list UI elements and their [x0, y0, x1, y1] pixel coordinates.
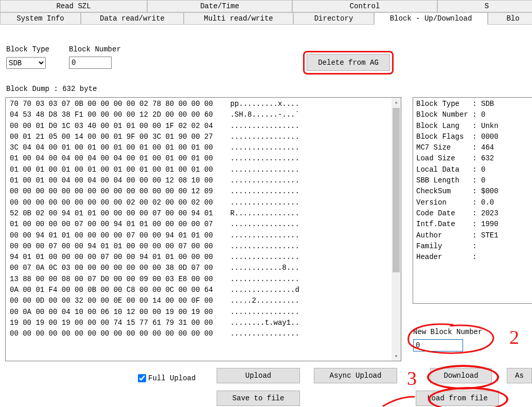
- label-block-dump: Block Dump : 632 byte: [6, 85, 97, 93]
- delete-from-ag-button[interactable]: Delete from AG: [307, 54, 390, 71]
- label-new-block-number: New Block Number: [413, 328, 482, 336]
- annotation-curve: [381, 396, 417, 407]
- tab-control[interactable]: Control: [292, 0, 437, 12]
- annotation-number-3: 3: [407, 367, 417, 390]
- tab-system-info[interactable]: System Info: [0, 12, 81, 25]
- tab-block-up-download[interactable]: Block - Up/Download: [374, 12, 488, 25]
- full-upload-checkbox[interactable]: Full Upload: [136, 373, 196, 384]
- block-info-panel: Block Type : SDB Block Number : 0 Block …: [413, 97, 532, 304]
- hex-dump-text: 70 70 03 03 07 0B 00 00 00 00 02 78 80 0…: [6, 98, 401, 341]
- label-block-number: Block Number: [69, 45, 121, 53]
- full-upload-label: Full Upload: [148, 374, 196, 382]
- async-download-button[interactable]: As: [507, 368, 532, 383]
- scroll-down-arrow-icon[interactable]: ▾: [392, 351, 401, 361]
- new-block-number-input[interactable]: [413, 339, 463, 351]
- tabs-row-lower: System InfoData read/writeMulti read/wri…: [0, 12, 532, 25]
- block-number-input[interactable]: [69, 57, 112, 69]
- scrollbar[interactable]: ▴ ▾: [392, 98, 401, 361]
- hex-dump-panel: 70 70 03 03 07 0B 00 00 00 00 02 78 80 0…: [5, 97, 401, 361]
- async-upload-button[interactable]: Async Upload: [314, 368, 397, 383]
- scroll-thumb[interactable]: [393, 108, 400, 272]
- load-from-file-button[interactable]: Load from file: [416, 391, 499, 406]
- tab-multi-read-write[interactable]: Multi read/write: [184, 12, 293, 25]
- tab-read-szl[interactable]: Read SZL: [0, 0, 147, 12]
- annotation-number-2: 2: [509, 326, 519, 348]
- tab-s[interactable]: S: [437, 0, 532, 12]
- tab-date-time[interactable]: Date/Time: [147, 0, 292, 12]
- save-to-file-button[interactable]: Save to file: [217, 391, 300, 406]
- tab-directory[interactable]: Directory: [293, 12, 374, 25]
- scroll-up-arrow-icon[interactable]: ▴: [392, 98, 401, 107]
- tab-blo[interactable]: Blo: [488, 12, 532, 25]
- upload-button[interactable]: Upload: [217, 368, 300, 383]
- block-info-text: Block Type : SDB Block Number : 0 Block …: [413, 98, 532, 264]
- label-block-type: Block Type: [6, 45, 49, 53]
- block-type-select[interactable]: SDB: [6, 57, 46, 69]
- download-button[interactable]: Download: [430, 368, 492, 383]
- full-upload-checkbox-input[interactable]: [138, 374, 146, 382]
- tabs-row-upper: Read SZLDate/TimeControlS: [0, 0, 532, 12]
- tab-data-read-write[interactable]: Data read/write: [81, 12, 184, 25]
